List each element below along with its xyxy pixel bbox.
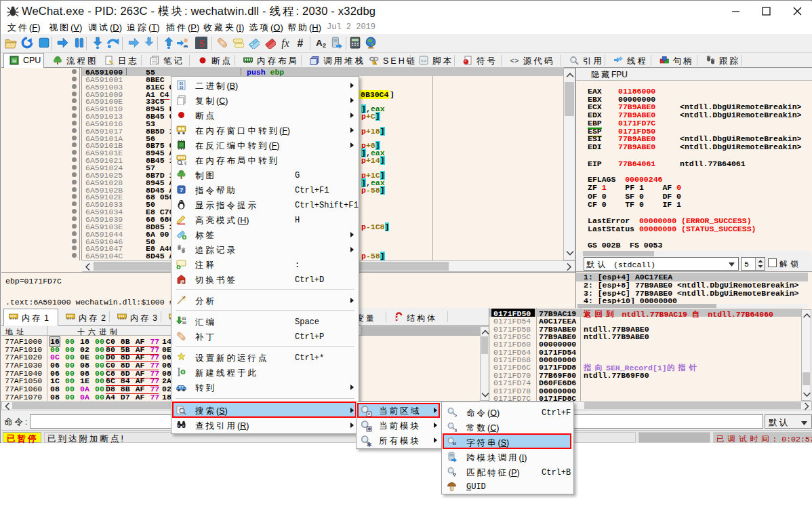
svg-text:<>: <> <box>510 56 519 64</box>
svg-text:“: “ <box>453 441 457 447</box>
svg-text:n: n <box>182 280 184 284</box>
svg-text:✱: ✱ <box>367 426 371 432</box>
svg-text:10: 10 <box>182 321 186 325</box>
svg-text:#: # <box>455 427 458 432</box>
svg-text:@: @ <box>184 161 187 165</box>
svg-text:fx: fx <box>281 37 289 49</box>
svg-text:2: 2 <box>323 42 326 49</box>
svg-text:✱: ✱ <box>366 441 371 447</box>
svg-text:A: A <box>316 38 323 48</box>
svg-text:<>: <> <box>421 58 426 63</box>
svg-text:10: 10 <box>180 85 184 90</box>
svg-text:32: 32 <box>12 59 16 63</box>
svg-text:?: ? <box>180 187 184 193</box>
svg-text:#: # <box>297 37 303 49</box>
svg-text:>_: >_ <box>454 413 457 417</box>
svg-text:S: S <box>199 38 204 49</box>
